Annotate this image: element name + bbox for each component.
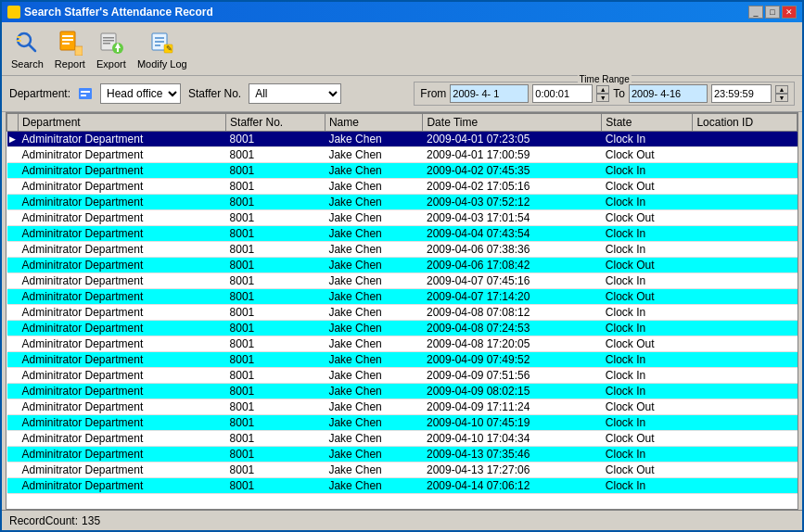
row-datetime: 2009-04-09 07:49:52 [423, 352, 602, 368]
from-time-input[interactable] [532, 84, 593, 103]
table-row[interactable]: Adminitrator Department8001Jake Chen2009… [7, 163, 798, 179]
data-table-container: Department Staffer No. Name Date Time St… [6, 112, 798, 510]
row-dept: Adminitrator Department [19, 431, 226, 447]
row-dept: Adminitrator Department [19, 305, 226, 321]
row-location [693, 195, 798, 210]
row-staffer-no: 8001 [226, 273, 325, 289]
table-row[interactable]: Adminitrator Department8001Jake Chen2009… [7, 384, 798, 399]
window-title: Search Staffer's Attendance Record [24, 6, 213, 19]
row-dept: Adminitrator Department [19, 147, 226, 163]
export-icon [96, 28, 126, 57]
table-row[interactable]: Adminitrator Department8001Jake Chen2009… [7, 431, 798, 447]
row-name: Jake Chen [325, 195, 423, 210]
row-datetime: 2009-04-14 07:06:12 [423, 478, 602, 494]
table-row[interactable]: Adminitrator Department8001Jake Chen2009… [7, 147, 798, 163]
maximize-button[interactable]: □ [765, 6, 780, 19]
row-name: Jake Chen [325, 352, 423, 368]
col-location: Location ID [693, 114, 798, 132]
modify-log-button[interactable]: ✎ Modify Log [134, 26, 191, 71]
svg-rect-16 [117, 48, 119, 52]
row-datetime: 2009-04-03 17:01:54 [423, 210, 602, 226]
table-row[interactable]: Adminitrator Department8001Jake Chen2009… [7, 462, 798, 478]
row-indicator [7, 321, 19, 336]
svg-rect-13 [103, 43, 110, 44]
row-state: Clock In [602, 368, 693, 384]
dept-icon [78, 86, 93, 101]
col-name: Name [325, 114, 423, 132]
table-row[interactable]: Adminitrator Department8001Jake Chen2009… [7, 305, 798, 321]
table-row[interactable]: Adminitrator Department8001Jake Chen2009… [7, 210, 798, 226]
staffer-select[interactable]: All [249, 83, 341, 104]
table-row[interactable]: Adminitrator Department8001Jake Chen2009… [7, 179, 798, 195]
from-time-up[interactable]: ▲ [596, 85, 609, 94]
row-dept: Adminitrator Department [19, 210, 226, 226]
export-button[interactable]: Export [93, 26, 130, 71]
svg-rect-24 [81, 91, 90, 93]
row-datetime: 2009-04-09 17:11:24 [423, 399, 602, 415]
to-time-input[interactable] [711, 84, 772, 103]
from-time-down[interactable]: ▼ [596, 94, 609, 102]
row-location [693, 289, 798, 305]
row-state: Clock In [602, 415, 693, 431]
to-date-input[interactable] [629, 84, 708, 103]
row-staffer-no: 8001 [226, 384, 325, 399]
to-time-up[interactable]: ▲ [775, 85, 788, 94]
svg-rect-7 [62, 43, 70, 44]
table-row[interactable]: Adminitrator Department8001Jake Chen2009… [7, 399, 798, 415]
row-dept: Adminitrator Department [19, 478, 226, 494]
to-time-spinner[interactable]: ▲ ▼ [775, 85, 788, 102]
row-location [693, 447, 798, 462]
row-name: Jake Chen [325, 431, 423, 447]
record-count-value: 135 [82, 514, 100, 527]
table-row[interactable]: Adminitrator Department8001Jake Chen2009… [7, 289, 798, 305]
from-date-input[interactable] [450, 84, 529, 103]
row-staffer-no: 8001 [226, 179, 325, 195]
table-row[interactable]: Adminitrator Department8001Jake Chen2009… [7, 447, 798, 462]
department-select[interactable]: Head office [100, 83, 181, 104]
table-row[interactable]: Adminitrator Department8001Jake Chen2009… [7, 273, 798, 289]
svg-rect-12 [103, 40, 114, 42]
search-button[interactable]: Search [7, 26, 47, 71]
row-state: Clock Out [602, 147, 693, 163]
to-time-down[interactable]: ▼ [775, 94, 788, 102]
from-time-spinner[interactable]: ▲ ▼ [596, 85, 609, 102]
row-name: Jake Chen [325, 399, 423, 415]
table-row[interactable]: Adminitrator Department8001Jake Chen2009… [7, 478, 798, 494]
row-location [693, 399, 798, 415]
modify-icon: ✎ [147, 28, 177, 57]
to-label: To [613, 87, 625, 100]
table-row[interactable]: Adminitrator Department8001Jake Chen2009… [7, 368, 798, 384]
row-staffer-no: 8001 [226, 368, 325, 384]
row-staffer-no: 8001 [226, 163, 325, 179]
row-location [693, 210, 798, 226]
row-dept: Adminitrator Department [19, 399, 226, 415]
row-staffer-no: 8001 [226, 195, 325, 210]
table-row[interactable]: Adminitrator Department8001Jake Chen2009… [7, 195, 798, 210]
minimize-button[interactable]: _ [748, 6, 763, 19]
table-row[interactable]: Adminitrator Department8001Jake Chen2009… [7, 258, 798, 273]
row-state: Clock In [602, 163, 693, 179]
row-datetime: 2009-04-09 08:02:15 [423, 384, 602, 399]
report-button[interactable]: Report [51, 26, 89, 71]
row-staffer-no: 8001 [226, 415, 325, 431]
table-row[interactable]: Adminitrator Department8001Jake Chen2009… [7, 352, 798, 368]
modify-log-label: Modify Log [137, 58, 187, 70]
table-row[interactable]: ▶Adminitrator Department8001Jake Chen200… [7, 132, 798, 147]
row-datetime: 2009-04-02 17:05:16 [423, 179, 602, 195]
row-state: Clock Out [602, 179, 693, 195]
row-location [693, 431, 798, 447]
table-row[interactable]: Adminitrator Department8001Jake Chen2009… [7, 321, 798, 336]
table-row[interactable]: Adminitrator Department8001Jake Chen2009… [7, 226, 798, 242]
table-row[interactable]: Adminitrator Department8001Jake Chen2009… [7, 242, 798, 258]
row-indicator [7, 336, 19, 352]
table-row[interactable]: Adminitrator Department8001Jake Chen2009… [7, 336, 798, 352]
row-state: Clock Out [602, 210, 693, 226]
title-bar: Search Staffer's Attendance Record _ □ ✕ [2, 2, 802, 22]
row-name: Jake Chen [325, 462, 423, 478]
table-row[interactable]: Adminitrator Department8001Jake Chen2009… [7, 415, 798, 431]
table-scroll[interactable]: Department Staffer No. Name Date Time St… [6, 113, 798, 509]
row-state: Clock Out [602, 431, 693, 447]
row-dept: Adminitrator Department [19, 415, 226, 431]
close-button[interactable]: ✕ [782, 6, 797, 19]
row-staffer-no: 8001 [226, 462, 325, 478]
